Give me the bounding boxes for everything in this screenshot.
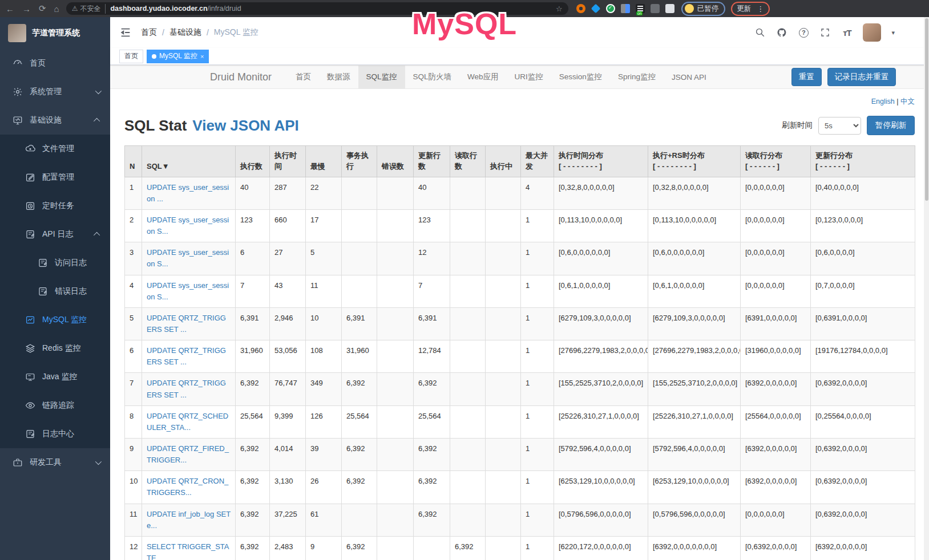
view-json-api-link[interactable]: View JSON API bbox=[192, 117, 298, 135]
address-bar[interactable]: ⚠ 不安全 dashboard.yudao.iocoder.cn/infra/d… bbox=[66, 2, 568, 15]
sidebar-item-access-log[interactable]: 访问日志 bbox=[0, 249, 110, 277]
hamburger-icon[interactable] bbox=[119, 26, 132, 39]
browser-back-icon[interactable]: ← bbox=[6, 4, 14, 14]
sidebar-item-label: 基础设施 bbox=[30, 115, 88, 125]
druid-nav-item-wall[interactable]: SQL防火墙 bbox=[405, 65, 460, 89]
sql-link[interactable]: UPDATE sys_user_session S... bbox=[147, 248, 229, 268]
sql-link[interactable]: SELECT TRIGGER_STATE bbox=[147, 542, 229, 560]
sql-link[interactable]: UPDATE sys_user_session S... bbox=[147, 216, 229, 236]
search-icon[interactable] bbox=[754, 27, 766, 38]
security-warning-label[interactable]: 不安全 bbox=[80, 4, 100, 14]
tag-view[interactable]: 首页 bbox=[119, 50, 143, 63]
table-row: 8UPDATE QRTZ_SCHEDULER_STA...25,5649,399… bbox=[125, 405, 915, 438]
cell-h_read: [6392,0,0,0,0,0] bbox=[741, 373, 811, 405]
user-menu-caret-icon[interactable]: ▾ bbox=[891, 29, 895, 36]
sidebar-item-label: Java 监控 bbox=[42, 372, 104, 382]
cell-conc: 1 bbox=[521, 307, 554, 340]
squares-extension-icon[interactable] bbox=[621, 4, 630, 13]
sql-link[interactable]: UPDATE QRTZ_FIRED_TRIGGER... bbox=[147, 444, 229, 464]
druid-nav-item-home[interactable]: 首页 bbox=[288, 65, 319, 89]
cell-run bbox=[486, 405, 521, 438]
cell-time: 9,399 bbox=[270, 405, 306, 438]
druid-nav-item-jsonapi[interactable]: JSON API bbox=[664, 65, 714, 89]
cell-n: 9 bbox=[125, 438, 142, 470]
gem-extension-icon[interactable] bbox=[591, 4, 600, 14]
druid-brand[interactable]: Druid Monitor bbox=[210, 71, 272, 83]
github-icon[interactable] bbox=[776, 27, 787, 38]
browser-home-icon[interactable]: ⌂ bbox=[54, 4, 59, 14]
sidebar-item-home[interactable]: 首页 bbox=[0, 49, 110, 78]
col-header-tx: 事务执行 bbox=[342, 146, 377, 177]
refresh-interval-select[interactable]: 5s bbox=[818, 117, 861, 135]
druid-nav-item-datasource[interactable]: 数据源 bbox=[319, 65, 358, 89]
screen-icon bbox=[25, 372, 35, 382]
sidebar-item-file[interactable]: 文件管理 bbox=[0, 135, 110, 163]
cell-h_upd: [0,6392,0,0,0,0] bbox=[811, 471, 915, 504]
sidebar-item-error-log[interactable]: 错误日志 bbox=[0, 277, 110, 306]
sql-link[interactable]: UPDATE QRTZ_TRIGGERS SET ... bbox=[147, 346, 226, 366]
cell-read bbox=[450, 471, 486, 504]
fullscreen-icon[interactable] bbox=[819, 27, 831, 38]
sql-link[interactable]: UPDATE QRTZ_CRON_TRIGGERS... bbox=[147, 477, 228, 497]
cell-tx: 6,391 bbox=[342, 307, 377, 340]
breadcrumb-home[interactable]: 首页 bbox=[141, 27, 157, 38]
reset-button[interactable]: 重置 bbox=[791, 68, 822, 86]
druid-nav-item-sql[interactable]: SQL监控 bbox=[358, 65, 405, 89]
sidebar-item-mysql[interactable]: MySQL 监控 bbox=[0, 306, 110, 334]
sql-link[interactable]: UPDATE inf_job_log SET e... bbox=[147, 510, 231, 530]
col-header-sql[interactable]: SQL▼ bbox=[142, 146, 236, 177]
font-size-icon[interactable]: тT bbox=[841, 27, 853, 38]
cell-h_upd: [0,6392,0,0,0,0] bbox=[811, 438, 915, 470]
cell-h_read: [6392,0,0,0,0,0] bbox=[741, 438, 811, 470]
browser-update-button[interactable]: 更新 ⋮ bbox=[731, 2, 770, 16]
help-icon[interactable]: ? bbox=[798, 27, 809, 38]
sql-link[interactable]: UPDATE QRTZ_SCHEDULER_STA... bbox=[147, 412, 228, 432]
puzzle-extension-icon[interactable] bbox=[665, 4, 674, 13]
browser-reload-icon[interactable]: ⟳ bbox=[39, 3, 46, 14]
sql-link[interactable]: UPDATE QRTZ_TRIGGERS SET ... bbox=[147, 314, 226, 334]
table-header-row: NSQL▼执行数执行时间最慢事务执行错误数更新行数读取行数执行中最大并发执行时间… bbox=[125, 146, 915, 177]
tag-active[interactable]: MySQL 监控× bbox=[147, 50, 209, 63]
paused-extension-badge[interactable]: 已暂停 bbox=[681, 2, 726, 16]
sidebar-item-devtools[interactable]: 研发工具 bbox=[0, 448, 110, 477]
druid-nav-item-session[interactable]: Session监控 bbox=[551, 65, 610, 89]
green-check-extension-icon[interactable] bbox=[606, 4, 615, 13]
tag-close-icon[interactable]: × bbox=[200, 53, 204, 60]
emoji-face-icon bbox=[685, 4, 694, 13]
cell-read bbox=[450, 242, 486, 275]
sidebar-item-job[interactable]: 定时任务 bbox=[0, 192, 110, 220]
sidebar-item-infra[interactable]: 基础设施 bbox=[0, 106, 110, 135]
druid-nav-item-uri[interactable]: URI监控 bbox=[507, 65, 551, 89]
user-avatar[interactable] bbox=[863, 23, 881, 42]
sql-link[interactable]: UPDATE QRTZ_TRIGGERS SET ... bbox=[147, 379, 226, 399]
cell-err bbox=[377, 471, 414, 504]
bookmark-star-icon[interactable]: ☆ bbox=[556, 5, 563, 13]
druid-nav-item-webapp[interactable]: Web应用 bbox=[459, 65, 507, 89]
lang-english-link[interactable]: English bbox=[871, 98, 895, 105]
druid-nav-item-spring[interactable]: Spring监控 bbox=[610, 65, 664, 89]
person-extension-icon[interactable] bbox=[651, 4, 660, 13]
cell-err bbox=[377, 405, 414, 438]
sql-link[interactable]: UPDATE sys_user_session ... bbox=[147, 183, 229, 203]
breadcrumb-infra[interactable]: 基础设施 bbox=[169, 27, 201, 38]
sidebar-item-config[interactable]: 配置管理 bbox=[0, 163, 110, 192]
lang-chinese-link[interactable]: 中文 bbox=[900, 98, 915, 105]
scrollbar-thumb[interactable] bbox=[925, 18, 928, 201]
cell-sql: UPDATE QRTZ_TRIGGERS SET ... bbox=[142, 373, 236, 405]
app-logo[interactable]: 芋道管理系统 bbox=[0, 17, 110, 49]
browser-menu-icon[interactable]: ⋮ bbox=[757, 5, 764, 13]
sidebar-item-trace[interactable]: 链路追踪 bbox=[0, 391, 110, 420]
sidebar-item-log-center[interactable]: 日志中心 bbox=[0, 420, 110, 448]
sidebar-item-api-log[interactable]: API 日志 bbox=[0, 220, 110, 249]
sidebar-item-system[interactable]: 系统管理 bbox=[0, 78, 110, 106]
browser-forward-icon[interactable]: → bbox=[22, 4, 31, 14]
log-and-reset-button[interactable]: 记录日志并重置 bbox=[827, 68, 896, 86]
sql-link[interactable]: UPDATE sys_user_session S... bbox=[147, 281, 229, 301]
list-on-extension-icon[interactable]: on bbox=[636, 4, 645, 13]
sidebar-item-java[interactable]: Java 监控 bbox=[0, 363, 110, 391]
cell-slow: 39 bbox=[306, 438, 342, 470]
sidebar-item-redis[interactable]: Redis 监控 bbox=[0, 334, 110, 363]
pause-refresh-button[interactable]: 暂停刷新 bbox=[867, 116, 915, 135]
donut-extension-icon[interactable] bbox=[576, 4, 585, 13]
window-scrollbar[interactable] bbox=[924, 17, 929, 560]
